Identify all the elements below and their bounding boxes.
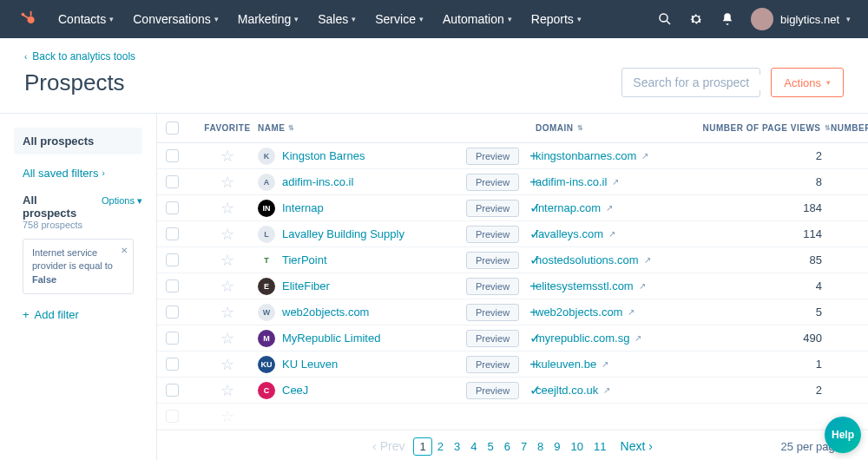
domain-link[interactable]: elitesystemsstl.com [536,279,634,292]
search-input[interactable] [631,75,786,90]
star-icon[interactable]: ☆ [220,408,234,425]
domain-link[interactable]: ceejltd.co.uk [536,384,598,397]
sidebar-saved-filters[interactable]: All saved filters › [14,161,142,185]
row-checkbox[interactable] [166,410,179,423]
page-2[interactable]: 2 [432,438,449,455]
external-link-icon[interactable]: ↗ [608,229,615,239]
external-link-icon[interactable]: ↗ [644,255,651,265]
col-domain[interactable]: DOMAIN ⇅ [536,123,700,133]
next-page[interactable]: Next › [621,439,653,453]
help-button[interactable]: Help [825,417,861,453]
external-link-icon[interactable]: ↗ [639,281,646,291]
col-page-views[interactable]: NUMBER OF PAGE VIEWS ⇅ [700,123,831,133]
nav-sales[interactable]: Sales▾ [318,12,356,26]
account-menu[interactable]: biglytics.net ▾ [751,8,851,30]
domain-link[interactable]: myrepublic.com.sg [536,332,629,345]
external-link-icon[interactable]: ↗ [603,385,610,395]
row-checkbox[interactable] [166,149,179,162]
preview-button[interactable]: Preview [466,200,519,217]
page-9[interactable]: 9 [549,438,565,455]
breadcrumb-back[interactable]: ‹ Back to analytics tools [24,50,844,62]
page-3[interactable]: 3 [449,438,465,455]
row-checkbox[interactable] [166,306,179,319]
domain-link[interactable]: internap.com [536,201,601,214]
company-name[interactable]: Lavalley Building Supply [282,227,404,240]
star-icon[interactable]: ☆ [220,356,234,373]
row-checkbox[interactable] [166,279,179,292]
page-6[interactable]: 6 [499,438,516,455]
preview-button[interactable]: Preview [466,174,519,191]
close-icon[interactable]: ✕ [121,245,128,257]
star-icon[interactable]: ☆ [220,174,234,191]
page-10[interactable]: 10 [566,438,589,455]
external-link-icon[interactable]: ↗ [602,359,608,369]
star-icon[interactable]: ☆ [220,148,234,165]
gear-icon[interactable] [688,11,704,27]
star-icon[interactable]: ☆ [220,304,234,321]
company-name[interactable]: TierPoint [282,253,327,266]
company-name[interactable]: web2objects.com [282,306,369,319]
domain-link[interactable]: kingstonbarnes.com [536,149,636,162]
row-checkbox[interactable] [166,358,179,371]
filter-chip[interactable]: Internet service provider is equal to Fa… [23,239,134,294]
preview-button[interactable]: Preview [466,356,519,373]
options-dropdown[interactable]: Options ▾ [102,195,142,207]
star-icon[interactable]: ☆ [220,278,234,295]
nav-conversations[interactable]: Conversations▾ [133,12,219,26]
external-link-icon[interactable]: ↗ [606,203,613,213]
preview-button[interactable]: Preview [466,382,519,399]
nav-marketing[interactable]: Marketing▾ [238,12,299,26]
domain-link[interactable]: web2objects.com [536,306,622,319]
preview-button[interactable]: Preview [466,252,519,269]
domain-link[interactable]: adifim-ins.co.il [536,175,607,188]
star-icon[interactable]: ☆ [220,252,234,269]
domain-link[interactable]: hostedsolutions.com [536,253,639,266]
page-11[interactable]: 11 [589,438,611,455]
row-checkbox[interactable] [166,384,179,397]
external-link-icon[interactable]: ↗ [612,177,619,187]
preview-button[interactable]: Preview [466,148,519,165]
company-name[interactable]: EliteFiber [282,279,330,292]
star-icon[interactable]: ☆ [220,382,234,399]
row-checkbox[interactable] [166,175,179,188]
preview-button[interactable]: Preview [466,304,519,321]
actions-button[interactable]: Actions ▾ [771,68,844,97]
external-link-icon[interactable]: ↗ [641,151,648,161]
star-icon[interactable]: ☆ [220,330,234,347]
search-icon[interactable] [657,11,673,27]
row-checkbox[interactable] [166,253,179,266]
select-all-checkbox[interactable] [166,122,179,135]
col-favorite[interactable]: FAVORITE [197,123,258,133]
domain-link[interactable]: lavalleys.com [536,227,603,240]
row-checkbox[interactable] [166,332,179,345]
nav-automation[interactable]: Automation▾ [443,12,512,26]
domain-link[interactable]: kuleuven.be [536,358,596,371]
company-name[interactable]: adifim-ins.co.il [282,175,353,188]
col-name[interactable]: NAME ⇅ [258,123,466,133]
row-checkbox[interactable] [166,201,179,214]
page-5[interactable]: 5 [482,438,498,455]
prospect-search[interactable] [621,68,760,97]
add-filter-button[interactable]: + Add filter [14,303,142,326]
page-1[interactable]: 1 [413,437,431,456]
hubspot-logo-icon[interactable] [17,10,36,29]
row-checkbox[interactable] [166,227,179,240]
company-name[interactable]: Kingston Barnes [282,149,365,162]
col-number-of[interactable]: NUMBER OF [831,123,868,133]
preview-button[interactable]: Preview [466,226,519,243]
external-link-icon[interactable]: ↗ [628,307,635,317]
star-icon[interactable]: ☆ [220,200,234,217]
company-name[interactable]: CeeJ [282,384,308,397]
star-icon[interactable]: ☆ [220,226,234,243]
page-4[interactable]: 4 [465,438,482,455]
nav-contacts[interactable]: Contacts▾ [58,12,114,26]
company-name[interactable]: Internap [282,201,324,214]
nav-reports[interactable]: Reports▾ [531,12,582,26]
external-link-icon[interactable]: ↗ [635,333,641,343]
preview-button[interactable]: Preview [466,278,519,295]
company-name[interactable]: KU Leuven [282,358,338,371]
nav-service[interactable]: Service▾ [375,12,424,26]
preview-button[interactable]: Preview [466,330,519,347]
page-8[interactable]: 8 [532,438,549,455]
sidebar-active-tab[interactable]: All prospects [14,128,142,154]
